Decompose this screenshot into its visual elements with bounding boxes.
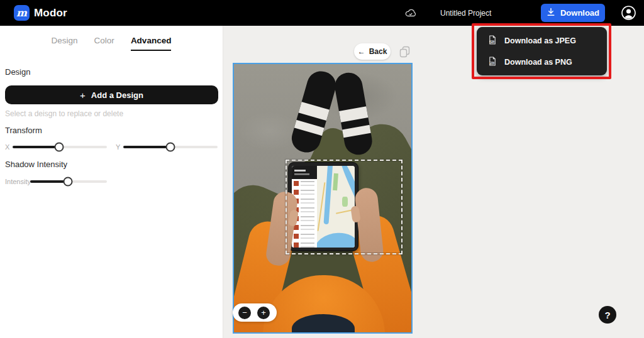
- y-slider-fill: [123, 146, 170, 148]
- cloud-sync-icon[interactable]: [404, 8, 417, 21]
- menu-item-label: Download as PNG: [504, 58, 572, 67]
- y-slider[interactable]: [123, 146, 218, 148]
- zoom-out-button[interactable]: −: [238, 307, 251, 319]
- left-settings-panel: Design Color Advanced Design + Add a Des…: [0, 26, 223, 338]
- y-slider-thumb[interactable]: [166, 143, 175, 152]
- app-name: Modor: [34, 7, 67, 19]
- help-button[interactable]: ?: [599, 306, 616, 324]
- download-button[interactable]: Download: [541, 4, 605, 22]
- intensity-slider-thumb[interactable]: [63, 177, 72, 187]
- duplicate-icon[interactable]: [399, 46, 410, 60]
- tab-advanced[interactable]: Advanced: [131, 36, 172, 51]
- y-slider-label: Y: [116, 143, 120, 151]
- intensity-slider[interactable]: [30, 180, 107, 183]
- design-hint-text: Select a deisgn to replace or delete: [5, 109, 123, 118]
- svg-text:PNG: PNG: [489, 62, 494, 64]
- file-jpeg-icon: JPG: [488, 35, 497, 46]
- zoom-in-button[interactable]: +: [257, 307, 270, 319]
- project-title: Untitled Project: [440, 9, 491, 18]
- top-header-bar: m Modor Untitled Project Download: [0, 0, 644, 26]
- design-selection-dashed-border[interactable]: [286, 160, 402, 254]
- app-logo: m Modor: [14, 5, 67, 21]
- transform-section-label: Transform: [5, 126, 42, 135]
- add-design-button[interactable]: + Add a Design: [5, 85, 218, 104]
- panel-tabs: Design Color Advanced: [0, 36, 223, 51]
- back-button[interactable]: ← Back: [354, 43, 391, 60]
- download-icon: [547, 8, 555, 18]
- plus-icon: +: [80, 90, 86, 101]
- x-slider-label: X: [5, 143, 9, 151]
- menu-item-label: Download as JPEG: [504, 36, 576, 45]
- x-slider-fill: [13, 146, 59, 148]
- app-window: m Modor Untitled Project Download: [0, 0, 644, 338]
- intensity-slider-label: Intensity: [5, 178, 31, 185]
- file-png-icon: PNG: [488, 57, 497, 68]
- x-slider[interactable]: [13, 146, 107, 148]
- zoom-controls: − +: [233, 303, 277, 322]
- back-arrow-icon: ←: [358, 47, 365, 56]
- back-button-label: Back: [369, 47, 387, 56]
- shadow-section-label: Shadow Intensity: [5, 160, 67, 169]
- svg-text:JPG: JPG: [490, 40, 494, 43]
- canvas-photo[interactable]: [233, 63, 413, 334]
- design-section-label: Design: [5, 67, 30, 77]
- logo-mark-icon: m: [14, 5, 30, 21]
- menu-item-download-png[interactable]: PNG Download as PNG: [477, 53, 607, 72]
- menu-item-download-jpeg[interactable]: JPG Download as JPEG: [477, 31, 607, 50]
- intensity-slider-fill: [30, 180, 68, 183]
- download-menu: JPG Download as JPEG PNG Download as PNG: [477, 27, 607, 75]
- tab-design[interactable]: Design: [52, 36, 78, 51]
- tab-color[interactable]: Color: [94, 36, 114, 51]
- x-slider-thumb[interactable]: [54, 143, 64, 152]
- add-design-label: Add a Design: [91, 90, 143, 100]
- account-avatar-icon[interactable]: [621, 5, 636, 23]
- download-button-label: Download: [560, 8, 599, 18]
